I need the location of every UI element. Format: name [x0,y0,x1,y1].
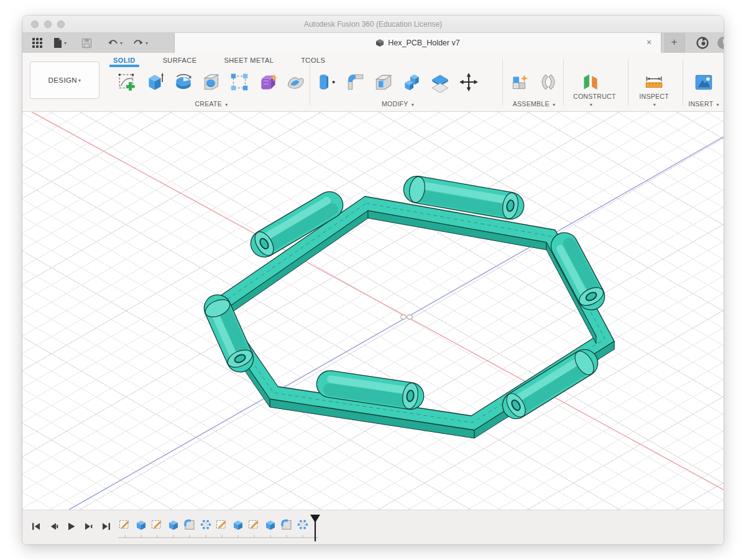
joint-button[interactable] [535,68,563,96]
group-label-inspect[interactable]: INSPECT ▾ [637,93,671,108]
extrude-button[interactable] [141,68,168,96]
group-label-modify[interactable]: MODIFY ▾ [313,100,482,108]
group-label-construct[interactable]: CONSTRUCT ▾ [573,93,608,108]
tab-surface[interactable]: SURFACE [163,57,197,67]
timeline-feature-circular-pattern[interactable] [298,520,308,530]
group-assemble: ASSEMBLE ▾ [506,68,562,109]
revolve-button[interactable] [170,68,197,96]
group-create: CREATE ▾ [113,68,310,109]
shell-button[interactable] [370,68,398,96]
rectangular-pattern-button[interactable] [226,68,253,96]
notification-clock-icon[interactable] [716,35,724,50]
hole-button[interactable] [198,68,225,96]
timeline-feature-sketch[interactable] [120,521,129,529]
timeline-feature-extrude[interactable] [234,521,242,530]
group-label-insert[interactable]: INSERT ▾ [686,100,721,108]
tab-tools[interactable]: TOOLS [301,57,325,67]
tab-sheet-metal[interactable]: SHEET METAL [224,57,274,67]
origin-marker[interactable] [401,315,413,319]
step-back-button[interactable] [46,518,61,535]
undo-button[interactable]: ▾ [104,35,126,51]
timeline-feature-sketch[interactable] [217,521,226,529]
redo-icon [132,38,144,48]
insert-canvas-button[interactable] [690,68,718,96]
app-launcher-grid-icon[interactable] [29,35,46,51]
step-forward-button[interactable] [81,518,96,535]
group-modify: MODIFY ▾ [313,68,482,109]
workspace-selector[interactable]: DESIGN ▾ [30,62,99,99]
create-freeform-button[interactable] [282,68,310,96]
timeline-feature-fillet[interactable] [282,521,291,530]
redo-button[interactable]: ▾ [129,35,151,51]
timeline-bar [22,510,724,544]
hinge-cylinder-left[interactable] [203,296,255,370]
save-icon [81,38,92,48]
timeline-feature-fillet[interactable] [185,521,194,530]
window-title: Autodesk Fusion 360 (Education License) [22,16,724,33]
go-to-end-button[interactable] [98,518,113,535]
new-tab-button[interactable]: + [664,33,685,53]
viewport-scene[interactable] [22,112,724,510]
move-copy-button[interactable] [455,68,483,96]
toolbar-separator [502,59,503,105]
go-to-start-button[interactable] [29,518,44,535]
file-menu-button[interactable]: ▾ [50,35,70,51]
timeline-feature-sketch[interactable] [249,521,258,529]
document-tab[interactable]: Hex_PCB_Holder v7 × [174,33,661,53]
fillet-button[interactable] [342,68,370,96]
combine-button[interactable] [398,68,426,96]
toolbar-separator [310,59,310,105]
measure-button[interactable] [640,68,668,96]
undo-icon [107,38,119,48]
revolve-icon [173,71,194,93]
create-form-icon [257,71,279,93]
timeline-playback [29,518,113,535]
timeline-feature-extrude[interactable] [169,521,178,530]
group-insert: INSERT ▾ [686,68,721,109]
timeline-feature-extrude[interactable] [137,521,145,530]
model-hex-pcb-holder[interactable] [203,175,614,438]
hole-icon [201,71,222,93]
insert-canvas-icon [693,71,714,93]
hinge-cylinder-bottom-right[interactable] [503,348,597,420]
press-pull-icon [316,71,338,93]
new-component-button[interactable] [506,68,534,96]
construct-plane-icon [580,71,601,93]
offset-face-button[interactable] [426,68,454,96]
new-component-icon [509,71,530,93]
document-tab-title: Hex_PCB_Holder v7 [388,39,459,47]
create-freeform-icon [285,71,306,93]
create-form-button[interactable] [254,68,281,96]
viewport-canvas[interactable] [22,112,724,510]
play-button[interactable] [63,518,78,535]
create-sketch-button[interactable] [113,68,140,96]
timeline-feature-sketch[interactable] [152,521,161,529]
group-construct: CONSTRUCT ▾ [573,68,608,109]
titlebar: Autodesk Fusion 360 (Education License) [22,16,724,33]
timeline-features [116,514,329,543]
rectangular-pattern-icon [229,71,250,93]
toolbar-separator [563,59,564,105]
redo-caret: ▾ [145,40,148,46]
press-pull-button[interactable] [313,68,341,96]
extrude-icon [144,71,165,93]
create-sketch-icon [116,71,137,93]
shell-icon [373,71,394,93]
group-label-assemble[interactable]: ASSEMBLE ▾ [506,100,562,108]
job-status-icon[interactable] [695,35,710,50]
timeline-feature-circular-pattern[interactable] [201,520,211,530]
toolbar-separator [628,59,629,105]
save-button[interactable] [78,35,95,51]
toolbar-separator [683,59,683,105]
measure-icon [643,71,665,93]
close-tab-button[interactable]: × [643,37,655,48]
move-copy-icon [458,71,479,93]
workspace-label: DESIGN [48,76,78,84]
workspace-caret: ▾ [78,78,81,83]
construct-plane-button[interactable] [577,68,605,96]
hinge-cylinder-right[interactable] [560,244,606,309]
group-label-create[interactable]: CREATE ▾ [113,100,310,108]
file-icon [53,37,63,48]
timeline-feature-extrude[interactable] [266,521,275,530]
tab-solid[interactable]: SOLID [113,57,136,67]
